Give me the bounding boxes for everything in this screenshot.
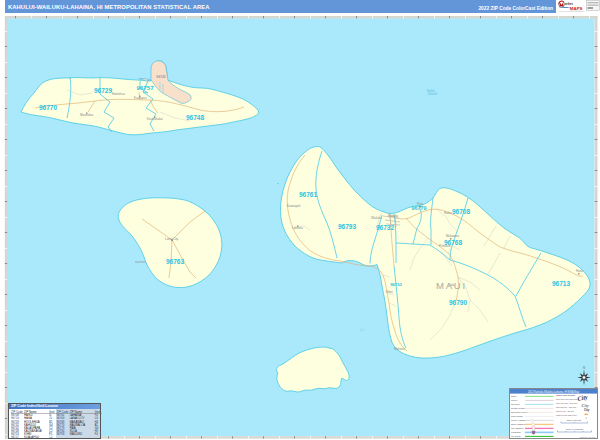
svg-text:City: City xyxy=(584,408,590,412)
svg-text:County: County xyxy=(511,399,518,401)
svg-text:96732: 96732 xyxy=(376,224,394,231)
svg-text:Makawao: Makawao xyxy=(446,234,459,238)
svg-text:Toll Roads: Toll Roads xyxy=(511,435,521,437)
svg-text:State Highways: State Highways xyxy=(511,423,525,425)
svg-text:Hana: Hana xyxy=(576,269,584,273)
svg-text:Kahului: Kahului xyxy=(388,214,398,218)
svg-text:96708: 96708 xyxy=(452,208,470,215)
svg-text:US Highways: US Highways xyxy=(511,427,523,429)
svg-text:MAUI: MAUI xyxy=(436,280,467,291)
svg-text:Haiku: Haiku xyxy=(444,211,452,215)
svg-text:96763: 96763 xyxy=(166,258,184,265)
svg-text:Channel: Channel xyxy=(428,92,438,96)
svg-text:96742: 96742 xyxy=(156,75,166,79)
svg-text:96793: 96793 xyxy=(338,223,356,230)
svg-text:County Highways: County Highways xyxy=(511,419,527,421)
svg-text:Primary Roads: Primary Roads xyxy=(511,407,525,409)
svg-text:96757: 96757 xyxy=(136,84,154,91)
svg-text:96768: 96768 xyxy=(444,239,462,246)
svg-text:Cities and Towns: Cities and Towns xyxy=(556,393,576,396)
svg-text:96779: 96779 xyxy=(412,205,427,211)
svg-text:Kihei: Kihei xyxy=(386,290,393,294)
svg-text:ZIP Code: ZIP Code xyxy=(511,403,520,405)
svg-text:Interstates: Interstates xyxy=(511,431,521,433)
svg-text:MAPS: MAPS xyxy=(570,6,583,11)
svg-text:Makena: Makena xyxy=(394,347,405,351)
svg-text:Kaanapali: Kaanapali xyxy=(287,204,301,208)
svg-text:96753: 96753 xyxy=(390,282,402,287)
svg-text:N: N xyxy=(583,366,585,370)
svg-text:96748: 96748 xyxy=(186,114,204,121)
svg-text:Parks: Parks xyxy=(511,395,516,397)
svg-text:96790: 96790 xyxy=(449,299,467,306)
svg-text:96729: 96729 xyxy=(94,87,112,94)
svg-text:Scale in Kilometers: Scale in Kilometers xyxy=(566,428,583,430)
svg-text:96761: 96761 xyxy=(299,191,317,198)
svg-text:Secondary Roads: Secondary Roads xyxy=(511,411,527,413)
svg-text:Hoolehua: Hoolehua xyxy=(112,92,125,96)
svg-text:Wailuku: Wailuku xyxy=(371,216,382,220)
svg-text:Minor Roads: Minor Roads xyxy=(511,415,523,417)
svg-text:96713: 96713 xyxy=(552,280,570,287)
svg-text:MarketMAPS.com: MarketMAPS.com xyxy=(579,435,595,437)
svg-text:96770: 96770 xyxy=(39,104,57,111)
svg-text:Kualapuu: Kualapuu xyxy=(134,96,147,100)
svg-text:City: City xyxy=(582,402,590,407)
